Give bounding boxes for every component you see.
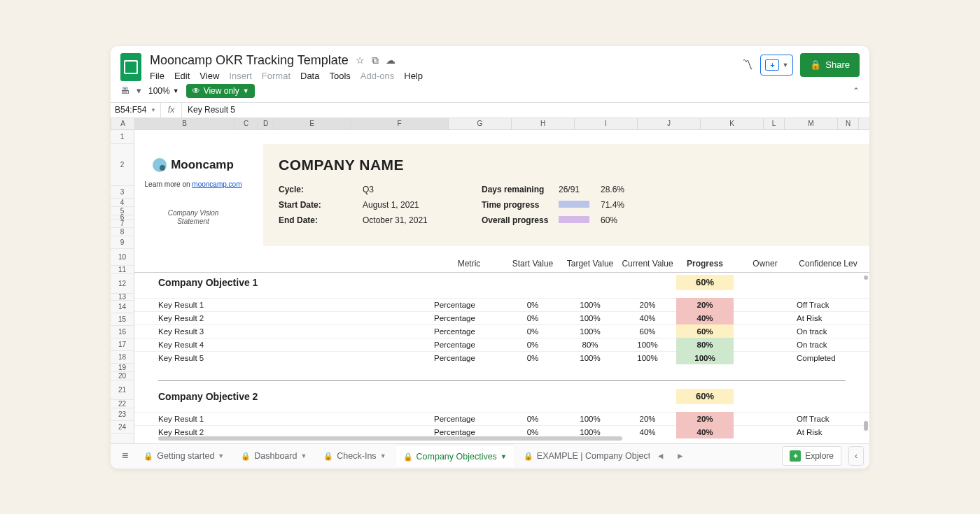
row-header[interactable]: 2 [111, 144, 134, 186]
row-header[interactable]: 24 [111, 421, 134, 434]
row-header[interactable]: 8 [111, 228, 134, 236]
column-header[interactable]: J [638, 118, 701, 129]
zoom-select[interactable]: 100% ▼ [148, 86, 179, 96]
spreadsheet-grid[interactable]: 123456789101112131415161718192021222324 … [111, 130, 869, 443]
star-icon[interactable]: ☆ [356, 55, 365, 66]
filter-icon[interactable]: ▾ [136, 85, 141, 96]
row-header[interactable]: 19 [111, 364, 134, 372]
row-headers[interactable]: 123456789101112131415161718192021222324 [111, 130, 134, 443]
name-box[interactable]: B54:F54 ▼ [111, 103, 161, 117]
menu-help[interactable]: Help [404, 71, 423, 81]
column-header[interactable]: M [785, 118, 838, 129]
column-header[interactable]: F [351, 118, 449, 129]
menu-format[interactable]: Format [262, 71, 290, 81]
tab-example[interactable]: 🔒 EXAMPLE | Company Objective [517, 445, 650, 466]
column-header[interactable]: C [234, 118, 258, 129]
lock-icon: 🔒 [144, 452, 153, 461]
column-header[interactable]: B [135, 118, 234, 129]
menu-addons[interactable]: Add-ons [360, 71, 394, 81]
present-button[interactable]: + ▼ [760, 55, 793, 76]
menu-tools[interactable]: Tools [329, 71, 350, 81]
kr-name: Key Result 2 [134, 428, 434, 436]
share-button[interactable]: 🔒 Share [800, 53, 860, 77]
key-result-row[interactable]: Key Result 2Percentage0%100%40%40%At Ris… [134, 311, 869, 324]
row-header[interactable]: 4 [111, 199, 134, 207]
overall-progress-pct: 60% [601, 215, 643, 225]
column-header[interactable]: I [575, 118, 638, 129]
column-header[interactable]: O [859, 118, 869, 129]
doc-title[interactable]: Mooncamp OKR Tracking Template [150, 53, 349, 68]
formula-input[interactable]: Key Result 5 [182, 105, 241, 115]
column-header[interactable]: L [764, 118, 785, 129]
objective-row[interactable]: Company Objective 260% [134, 387, 869, 406]
menu-view[interactable]: View [200, 71, 219, 81]
tab-scroll-left-icon[interactable]: ◄ [652, 451, 669, 461]
key-result-row[interactable]: Key Result 1Percentage0%100%20%20%Off Tr… [134, 298, 869, 311]
column-header[interactable]: G [449, 118, 512, 129]
key-result-row[interactable]: Key Result 5Percentage0%100%100%100%Comp… [134, 351, 869, 364]
lock-icon: 🔒 [323, 452, 333, 461]
kr-target: 80% [561, 341, 619, 349]
row-header[interactable]: 21 [111, 380, 134, 400]
key-result-row[interactable]: Key Result 1Percentage0%100%20%20%Off Tr… [134, 412, 869, 425]
objective-row[interactable]: Company Objective 160% [134, 273, 869, 292]
cloud-icon[interactable]: ☁ [386, 55, 396, 66]
learn-more-link[interactable]: mooncamp.com [192, 180, 241, 188]
row-header[interactable]: 12 [111, 274, 134, 294]
side-panel-toggle[interactable]: ‹ [848, 446, 864, 466]
key-result-row[interactable]: Key Result 3Percentage0%100%60%60%On tra… [134, 324, 869, 338]
kr-target: 100% [561, 314, 619, 322]
share-label: Share [825, 59, 850, 70]
row-header[interactable]: 23 [111, 408, 134, 421]
menu-file[interactable]: File [150, 71, 164, 81]
tab-check-ins[interactable]: 🔒 Check-Ins ▼ [316, 445, 393, 466]
vertical-scrollbar[interactable] [861, 276, 868, 438]
row-header[interactable]: 15 [111, 313, 134, 326]
menu-data[interactable]: Data [300, 71, 319, 81]
row-header[interactable]: 20 [111, 372, 134, 380]
kr-metric: Percentage [434, 327, 504, 336]
grid-content[interactable]: Mooncamp Learn more on mooncamp.com Comp… [134, 130, 869, 443]
explore-button[interactable]: ✦ Explore [782, 446, 841, 466]
menu-edit[interactable]: Edit [174, 71, 190, 81]
row-header[interactable]: 16 [111, 326, 134, 338]
view-only-badge[interactable]: 👁 View only ▼ [186, 84, 255, 98]
days-remaining-value: 26/91 [559, 185, 601, 194]
column-header[interactable]: D [258, 118, 274, 129]
toolbar: 🖶 ▾ 100% ▼ 👁 View only ▼ ⌃ [111, 81, 869, 103]
sheets-logo-icon[interactable] [120, 53, 141, 81]
tab-dashboard[interactable]: 🔒 Dashboard ▼ [234, 445, 314, 466]
time-progress-label: Time progress [482, 200, 559, 210]
tab-scroll-right-icon[interactable]: ► [672, 451, 689, 461]
row-header[interactable]: 17 [111, 338, 134, 351]
column-header[interactable]: A [111, 118, 135, 129]
key-result-row[interactable]: Key Result 4Percentage0%80%100%80%On tra… [134, 338, 869, 351]
column-headers[interactable]: ABCDEFGHIJKLMNO [111, 118, 869, 130]
move-icon[interactable]: ⧉ [372, 55, 379, 66]
all-sheets-icon[interactable]: ≡ [116, 450, 134, 462]
kr-start: 0% [504, 327, 561, 336]
activity-icon[interactable]: 〽 [742, 59, 753, 71]
row-header[interactable]: 1 [111, 130, 134, 144]
column-header[interactable]: N [838, 118, 859, 129]
kr-progress: 20% [676, 412, 734, 425]
print-icon[interactable]: 🖶 [120, 85, 130, 96]
column-header[interactable]: K [701, 118, 764, 129]
row-header[interactable]: 3 [111, 186, 134, 199]
row-header[interactable]: 10 [111, 249, 134, 266]
row-header[interactable]: 14 [111, 301, 134, 313]
horizontal-scrollbar[interactable] [158, 436, 861, 442]
vision-statement: Company Vision Statement [137, 209, 249, 226]
row-header[interactable]: 18 [111, 351, 134, 364]
row-header[interactable]: 22 [111, 400, 134, 408]
row-header[interactable]: 11 [111, 266, 134, 274]
column-header[interactable]: H [512, 118, 575, 129]
row-header[interactable]: 13 [111, 294, 134, 301]
collapse-toolbar-icon[interactable]: ⌃ [853, 86, 860, 96]
row-header[interactable]: 9 [111, 236, 134, 249]
tab-company-objectives[interactable]: 🔒 Company Objectives ▼ [396, 445, 514, 466]
row-header[interactable]: 7 [111, 220, 134, 228]
tab-getting-started[interactable]: 🔒 Getting started ▼ [136, 445, 231, 466]
column-header[interactable]: E [274, 118, 351, 129]
menu-insert[interactable]: Insert [229, 71, 252, 81]
